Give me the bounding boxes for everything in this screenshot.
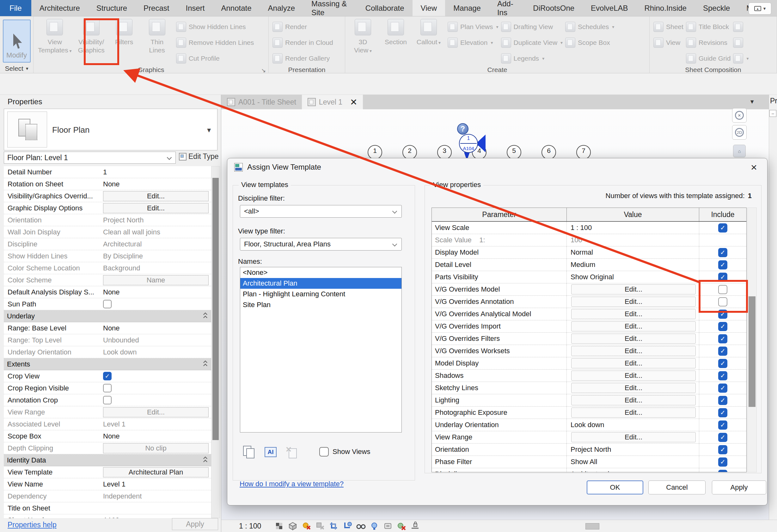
remove-hidden-lines-button[interactable]: Remove Hidden Lines [176, 35, 254, 50]
vt-include-photographic-exposure[interactable]: ✓ [718, 408, 728, 417]
matchline-button[interactable] [733, 20, 749, 34]
property-value-view-template[interactable]: Architectural Plan [101, 466, 211, 478]
tab-add-ins[interactable]: Add-Ins [489, 0, 525, 16]
vt-value-view-range[interactable]: Edit... [567, 431, 699, 443]
help-link[interactable]: How do I modify a view template? [240, 480, 344, 488]
tab-view[interactable]: View [413, 0, 445, 16]
view-reference-button[interactable] [733, 35, 749, 50]
vt-include-underlay-orientation[interactable]: ✓ [718, 420, 728, 430]
tab-manage[interactable]: Manage [445, 0, 489, 16]
view-templates-button[interactable]: ViewTemplates ▾ [35, 18, 75, 55]
thin-lines-button[interactable]: ThinLines [141, 18, 174, 55]
view-template-option-site-plan[interactable]: Site Plan [240, 299, 402, 310]
vt-value-view-scale[interactable]: 1 : 100 [567, 222, 699, 234]
property-value-depth-clipping[interactable]: No clip [101, 442, 211, 454]
temporary-view-properties-icon[interactable] [382, 521, 393, 531]
property-value-annotation-crop[interactable] [101, 394, 211, 406]
vt-include-view-range[interactable]: ✓ [718, 433, 728, 442]
crop-view-icon[interactable] [328, 521, 339, 531]
vt-value-scale-value-1[interactable]: 100 [567, 234, 699, 246]
vt-value-phase-filter[interactable]: Show All [567, 456, 699, 468]
view-scale-control[interactable]: 1 : 100 [239, 522, 261, 530]
navigation-wheel-icon[interactable]: ✕ [732, 108, 747, 123]
section-button[interactable]: Section [379, 18, 412, 47]
shadows-icon[interactable] [315, 521, 325, 531]
reveal-hidden-elements-icon[interactable] [369, 521, 380, 531]
ok-button[interactable]: OK [587, 481, 643, 495]
3d-view-button[interactable]: 3DView ▾ [346, 18, 379, 55]
tab-architecture[interactable]: Architecture [31, 0, 88, 16]
vt-edit-button-shadows[interactable]: Edit... [571, 371, 696, 381]
placeholder-view-button[interactable]: View [653, 35, 683, 50]
revisions-button[interactable]: Revisions [686, 35, 731, 50]
properties-scrollbar[interactable] [211, 166, 220, 518]
property-checkbox-crop-region-visible[interactable] [103, 384, 112, 392]
vt-edit-button-v-g-overrides-filters[interactable]: Edit... [571, 334, 696, 344]
property-button-view-template[interactable]: Architectural Plan [103, 467, 209, 477]
vt-include-lighting[interactable]: ✓ [718, 396, 728, 405]
guide-grid-button[interactable]: Guide Grid [686, 51, 731, 66]
property-button-view-range[interactable]: Edit... [103, 407, 209, 417]
property-value-discipline[interactable]: Architectural [101, 238, 211, 250]
property-value-rotation-on-sheet[interactable]: None [101, 178, 211, 190]
schedules-button[interactable]: Schedules▾ [565, 20, 614, 34]
view-template-option-architectural-plan[interactable]: Architectural Plan [240, 278, 402, 289]
vt-value-discipline[interactable]: Architectural [567, 468, 699, 472]
tab-insert[interactable]: Insert [177, 0, 213, 16]
title-block-button[interactable]: Title Block [686, 20, 731, 34]
property-value-title-on-sheet[interactable] [101, 502, 211, 514]
property-value-crop-region-visible[interactable] [101, 382, 211, 394]
property-value-range-top-level[interactable]: Unbounded [101, 334, 211, 346]
property-value-scope-box[interactable]: None [101, 430, 211, 442]
vt-edit-button-model-display[interactable]: Edit... [571, 358, 696, 368]
property-button-color-scheme[interactable]: Name [103, 275, 209, 285]
hide-analytical-model-icon[interactable] [396, 521, 407, 531]
vt-value-model-display[interactable]: Edit... [567, 357, 699, 369]
property-checkbox-sun-path[interactable] [103, 300, 112, 308]
render-gallery-button[interactable]: Render Gallery [272, 51, 333, 66]
vt-include-v-g-overrides-worksets[interactable]: ✓ [718, 347, 728, 356]
show-hidden-lines-button[interactable]: Show Hidden Lines [176, 20, 254, 34]
tab-dirootsone[interactable]: DiRootsOne [525, 0, 583, 16]
vt-edit-button-v-g-overrides-worksets[interactable]: Edit... [571, 346, 696, 356]
callout-button[interactable]: Callout ▾ [412, 18, 445, 47]
vt-edit-button-photographic-exposure[interactable]: Edit... [571, 408, 696, 418]
vt-value-sketchy-lines[interactable]: Edit... [567, 382, 699, 394]
scope-box-button[interactable]: Scope Box [565, 35, 614, 50]
property-value-visibility-graphics-overrid[interactable]: Edit... [101, 190, 211, 202]
elevation-button[interactable]: Elevation▾ [448, 35, 498, 50]
vt-value-v-g-overrides-filters[interactable]: Edit... [567, 332, 699, 345]
type-selector-chevron-down-icon[interactable]: ▼ [206, 127, 212, 134]
vt-value-v-g-overrides-worksets[interactable]: Edit... [567, 345, 699, 357]
tab-evolvelab[interactable]: EvolveLAB [583, 0, 636, 16]
crop-region-icon[interactable] [342, 521, 352, 531]
vt-value-display-model[interactable]: Normal [567, 246, 699, 258]
close-icon[interactable]: × [748, 161, 760, 173]
property-value-dependency[interactable]: Independent [101, 490, 211, 502]
properties-apply-button[interactable]: Apply [172, 518, 218, 530]
collapse-icon[interactable] [204, 361, 207, 367]
show-views-checkbox[interactable]: Show Views [319, 447, 370, 456]
vt-include-orientation[interactable]: ✓ [718, 445, 728, 454]
viewport-types-button[interactable]: ▾ [733, 51, 749, 66]
tab-rhino-inside[interactable]: Rhino.Inside [636, 0, 695, 16]
vt-include-discipline[interactable]: ✓ [718, 470, 728, 473]
property-value-detail-number[interactable]: 1 [101, 166, 211, 178]
tab-collaborate[interactable]: Collaborate [357, 0, 413, 16]
vt-edit-button-v-g-overrides-annotation[interactable]: Edit... [571, 297, 696, 307]
vt-edit-button-view-range[interactable]: Edit... [571, 432, 696, 442]
tab-structure[interactable]: Structure [88, 0, 135, 16]
vt-include-shadows[interactable]: ✓ [718, 371, 728, 380]
vt-value-parts-visibility[interactable]: Show Original [567, 271, 699, 283]
property-button-graphic-display-options[interactable]: Edit... [103, 203, 209, 213]
vt-value-lighting[interactable]: Edit... [567, 394, 699, 406]
property-value-color-scheme[interactable]: Name [101, 274, 211, 286]
property-value-crop-view[interactable]: ✓ [101, 370, 211, 382]
tab-speckle[interactable]: Speckle [695, 0, 738, 16]
property-value-sun-path[interactable] [101, 298, 211, 310]
close-view-icon[interactable]: ✕ [350, 97, 357, 107]
vt-include-v-g-overrides-import[interactable]: ✓ [718, 322, 728, 331]
edit-type-button[interactable]: Edit Type [179, 152, 218, 161]
property-checkbox-annotation-crop[interactable] [103, 396, 112, 404]
collapse-icon[interactable] [204, 457, 207, 463]
